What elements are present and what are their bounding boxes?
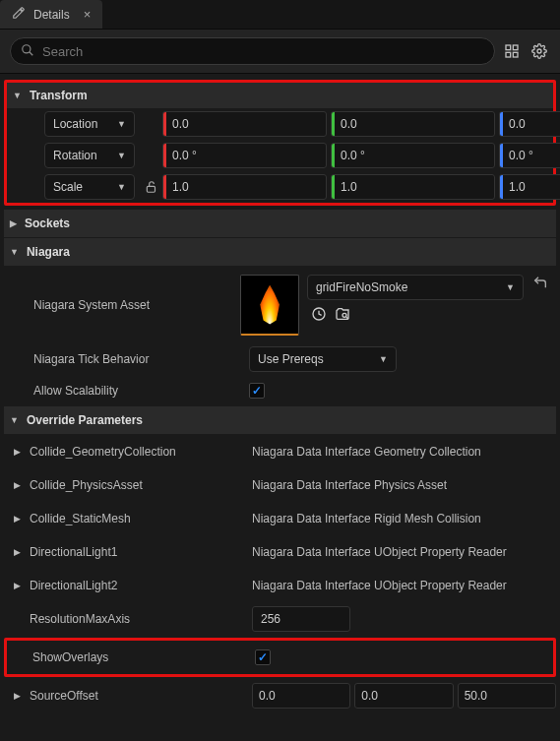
location-x[interactable] bbox=[162, 111, 327, 137]
transform-highlight: ▼ Transform Location ▼ Rotation ▼ bbox=[4, 80, 556, 206]
tab-title: Details bbox=[33, 8, 70, 22]
asset-thumbnail[interactable] bbox=[240, 275, 299, 336]
svg-rect-4 bbox=[506, 52, 511, 57]
fire-icon bbox=[259, 285, 280, 325]
tick-behavior-dropdown[interactable]: Use Prereqs ▼ bbox=[249, 346, 397, 372]
sourceoffset-z[interactable] bbox=[458, 683, 556, 709]
location-z[interactable] bbox=[499, 111, 560, 137]
svg-point-6 bbox=[537, 49, 541, 53]
param-row-directionallight1: ▶ DirectionalLight1 Niagara Data Interfa… bbox=[4, 535, 556, 569]
override-header[interactable]: ▼ Override Parameters bbox=[4, 406, 556, 434]
svg-rect-2 bbox=[506, 45, 511, 50]
caret-down-icon: ▼ bbox=[10, 247, 19, 257]
allow-scalability-row: Allow Scalability bbox=[4, 375, 556, 406]
showoverlays-highlight: ShowOverlays bbox=[4, 638, 556, 677]
param-row-collide-physics: ▶ Collide_PhysicsAsset Niagara Data Inte… bbox=[4, 468, 556, 502]
search-input[interactable] bbox=[42, 44, 484, 59]
chevron-down-icon: ▼ bbox=[379, 354, 388, 364]
caret-right-icon[interactable]: ▶ bbox=[4, 547, 30, 557]
search-row bbox=[0, 30, 560, 74]
chevron-down-icon: ▼ bbox=[506, 282, 515, 292]
lock-icon[interactable] bbox=[141, 180, 162, 194]
sourceoffset-y[interactable] bbox=[354, 683, 453, 709]
browse-icon[interactable] bbox=[335, 306, 350, 325]
chevron-down-icon: ▼ bbox=[117, 151, 126, 160]
revert-icon[interactable] bbox=[529, 275, 552, 290]
sockets-header[interactable]: ▶ Sockets bbox=[4, 210, 556, 237]
gear-icon[interactable] bbox=[529, 40, 550, 62]
rotation-z[interactable] bbox=[499, 143, 560, 168]
param-row-collide-staticmesh: ▶ Collide_StaticMesh Niagara Data Interf… bbox=[4, 502, 556, 535]
rotation-y[interactable] bbox=[331, 143, 495, 168]
showoverlays-row: ShowOverlays bbox=[7, 641, 553, 674]
search-icon bbox=[21, 43, 34, 60]
svg-line-1 bbox=[30, 51, 33, 55]
svg-rect-7 bbox=[147, 186, 155, 192]
caret-right-icon[interactable]: ▶ bbox=[4, 514, 30, 524]
scale-x[interactable] bbox=[162, 174, 327, 200]
param-row-directionallight2: ▶ DirectionalLight2 Niagara Data Interfa… bbox=[4, 569, 556, 602]
showoverlays-checkbox[interactable] bbox=[255, 649, 271, 665]
tick-behavior-row: Niagara Tick Behavior Use Prereqs ▼ bbox=[4, 343, 556, 375]
scale-z[interactable] bbox=[499, 174, 560, 200]
tab-bar: Details × bbox=[0, 0, 560, 30]
resolution-input[interactable]: 256 bbox=[252, 606, 350, 632]
location-dropdown[interactable]: Location ▼ bbox=[44, 111, 135, 137]
location-y[interactable] bbox=[331, 111, 495, 137]
scale-row: Scale ▼ bbox=[7, 171, 553, 203]
caret-right-icon: ▶ bbox=[10, 218, 17, 228]
sourceoffset-x[interactable] bbox=[252, 683, 350, 709]
svg-rect-3 bbox=[513, 45, 518, 50]
asset-dropdown[interactable]: gridFireNoSmoke ▼ bbox=[307, 275, 524, 300]
scale-dropdown[interactable]: Scale ▼ bbox=[44, 174, 135, 200]
caret-right-icon[interactable]: ▶ bbox=[4, 581, 30, 590]
rotation-x[interactable] bbox=[162, 143, 327, 168]
rotation-row: Rotation ▼ bbox=[7, 140, 553, 171]
chevron-down-icon: ▼ bbox=[117, 182, 126, 192]
svg-point-9 bbox=[342, 313, 346, 317]
niagara-asset-row: Niagara System Asset gridFireNoSmoke ▼ bbox=[4, 267, 556, 343]
resolution-row: ResolutionMaxAxis 256 bbox=[4, 602, 556, 636]
svg-rect-5 bbox=[513, 52, 518, 57]
caret-right-icon[interactable]: ▶ bbox=[4, 480, 30, 490]
transform-header[interactable]: ▼ Transform bbox=[7, 83, 553, 108]
caret-down-icon: ▼ bbox=[10, 415, 19, 425]
close-icon[interactable]: × bbox=[84, 7, 92, 22]
sourceoffset-row: ▶ SourceOffset bbox=[4, 679, 556, 712]
pencil-icon bbox=[12, 6, 26, 23]
details-tab[interactable]: Details × bbox=[0, 0, 102, 29]
details-panel: ▼ Transform Location ▼ Rotation ▼ bbox=[0, 74, 560, 741]
param-row-collide-geometry: ▶ Collide_GeometryCollection Niagara Dat… bbox=[4, 435, 556, 468]
grid-icon[interactable] bbox=[501, 40, 523, 62]
location-row: Location ▼ bbox=[7, 108, 553, 140]
rotation-dropdown[interactable]: Rotation ▼ bbox=[44, 143, 135, 168]
search-box[interactable] bbox=[10, 37, 495, 65]
use-selected-icon[interactable] bbox=[311, 306, 327, 325]
caret-down-icon: ▼ bbox=[13, 91, 22, 100]
allow-scalability-checkbox[interactable] bbox=[249, 383, 265, 399]
chevron-down-icon: ▼ bbox=[117, 119, 126, 129]
transform-title: Transform bbox=[30, 89, 88, 102]
caret-right-icon[interactable]: ▶ bbox=[4, 691, 30, 701]
caret-right-icon[interactable]: ▶ bbox=[4, 447, 30, 457]
niagara-header[interactable]: ▼ Niagara bbox=[4, 238, 556, 266]
scale-y[interactable] bbox=[331, 174, 495, 200]
svg-point-0 bbox=[23, 44, 31, 52]
